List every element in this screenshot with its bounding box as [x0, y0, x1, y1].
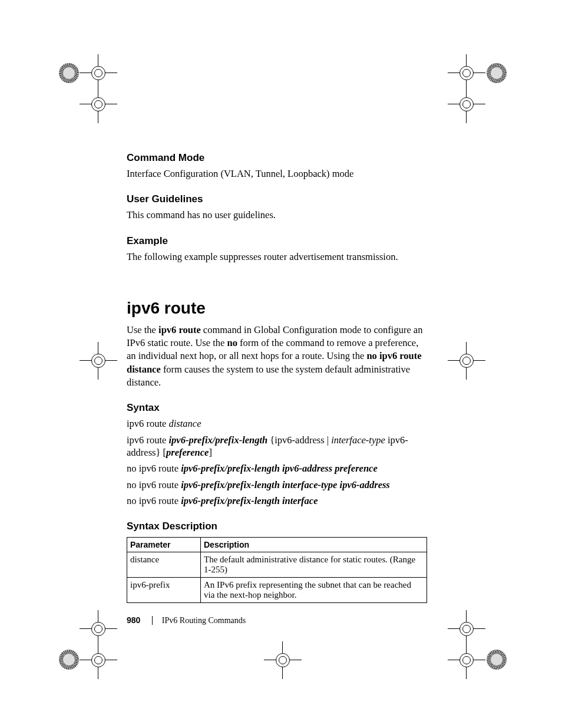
table-cell-description: An IPv6 prefix representing the subnet t…: [201, 577, 427, 602]
table-cell-description: The default administrative distance for …: [201, 552, 427, 577]
text: Use the: [127, 324, 158, 335]
text: ipv6 route: [127, 418, 169, 429]
table-row: ipv6-prefix An IPv6 prefix representing …: [127, 577, 427, 602]
medallion-icon: [59, 63, 79, 83]
text-bold-italic: ipv6-prefix/prefix-length interface: [181, 495, 318, 506]
text-bold: ipv6 route: [158, 324, 201, 335]
text: {ipv6-address |: [267, 434, 331, 446]
command-title: ipv6 route: [127, 299, 427, 318]
text-bold-italic: ipv6-prefix/prefix-length interface-type…: [181, 479, 390, 490]
syntax-line: ipv6 route distance: [127, 417, 427, 430]
syntax-line: ipv6 route ipv6-prefix/prefix-length {ip…: [127, 434, 427, 459]
crop-mark-icon: [264, 641, 302, 679]
heading-command-mode: Command Mode: [127, 152, 427, 164]
command-intro: Use the ipv6 route command in Global Con…: [127, 324, 427, 389]
text-example: The following example suppresses router …: [127, 251, 427, 263]
text: form causes the system to use the system…: [127, 364, 410, 388]
crop-mark-icon: [80, 85, 117, 123]
heading-syntax-description: Syntax Description: [127, 521, 427, 532]
page-footer: 980 IPv6 Routing Commands: [127, 615, 246, 625]
text-bold: no: [227, 337, 237, 348]
crop-mark-icon: [80, 342, 117, 380]
page: Command Mode Interface Configuration (VL…: [0, 0, 562, 728]
text: no ipv6 route: [127, 479, 181, 490]
heading-syntax: Syntax: [127, 402, 427, 414]
table-cell-parameter: ipv6-prefix: [127, 577, 201, 602]
document-body: Command Mode Interface Configuration (VL…: [127, 152, 427, 603]
medallion-icon: [487, 63, 507, 83]
footer-separator: [152, 616, 153, 625]
page-number: 980: [127, 615, 140, 625]
crop-mark-icon: [80, 641, 117, 679]
text-bold-italic: ipv6-prefix/prefix-length ipv6-address p…: [181, 463, 378, 474]
table-row: distance The default administrative dist…: [127, 552, 427, 577]
text-user-guidelines: This command has no user guidelines.: [127, 209, 427, 222]
crop-mark-icon: [448, 342, 485, 380]
table-cell-parameter: distance: [127, 552, 201, 577]
text: ]: [209, 447, 212, 458]
chapter-title: IPv6 Routing Commands: [162, 616, 246, 625]
table-header-row: Parameter Description: [127, 537, 427, 552]
syntax-line: no ipv6 route ipv6-prefix/prefix-length …: [127, 479, 427, 491]
heading-user-guidelines: User Guidelines: [127, 193, 427, 205]
text: no ipv6 route: [127, 495, 181, 506]
heading-example: Example: [127, 235, 427, 247]
text-italic: interface-type: [331, 434, 385, 446]
text: no ipv6 route: [127, 463, 181, 474]
text: ipv6 route: [127, 434, 169, 446]
syntax-description-table: Parameter Description distance The defau…: [127, 537, 427, 603]
text-bold-italic: ipv6-prefix/prefix-length: [169, 434, 268, 446]
crop-mark-icon: [448, 85, 485, 123]
table-header-description: Description: [201, 537, 427, 552]
text-bold-italic: preference: [166, 447, 209, 458]
syntax-line: no ipv6 route ipv6-prefix/prefix-length …: [127, 462, 427, 475]
syntax-line: no ipv6 route ipv6-prefix/prefix-length …: [127, 495, 427, 507]
medallion-icon: [59, 650, 79, 670]
medallion-icon: [487, 650, 507, 670]
text-italic: distance: [169, 418, 201, 429]
table-header-parameter: Parameter: [127, 537, 201, 552]
crop-mark-icon: [448, 641, 485, 679]
text-command-mode: Interface Configuration (VLAN, Tunnel, L…: [127, 167, 427, 180]
